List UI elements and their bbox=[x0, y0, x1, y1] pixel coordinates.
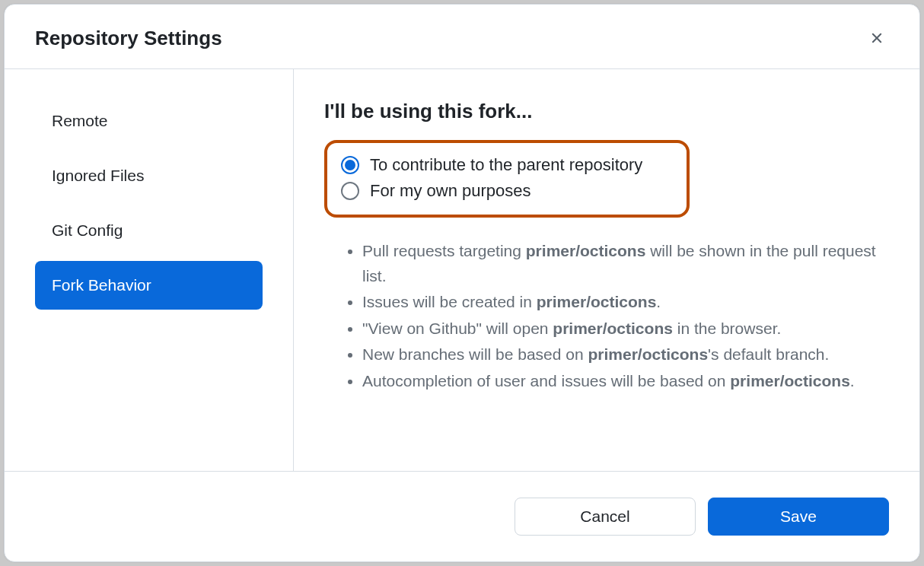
repository-settings-dialog: Repository Settings Remote Ignored Files… bbox=[4, 4, 920, 562]
sidebar-item-ignored-files[interactable]: Ignored Files bbox=[35, 151, 263, 200]
close-button[interactable] bbox=[865, 26, 889, 50]
panel-heading: I'll be using this fork... bbox=[324, 100, 889, 123]
fork-behavior-panel: I'll be using this fork... To contribute… bbox=[294, 69, 919, 471]
radio-option-own-purposes[interactable]: For my own purposes bbox=[341, 178, 673, 204]
list-item: New branches will be based on primer/oct… bbox=[362, 342, 889, 367]
list-item: Pull requests targeting primer/octicons … bbox=[362, 239, 889, 288]
dialog-title: Repository Settings bbox=[35, 27, 222, 50]
close-icon bbox=[868, 30, 885, 46]
list-item: "View on Github" will open primer/octico… bbox=[362, 316, 889, 342]
sidebar-item-fork-behavior[interactable]: Fork Behavior bbox=[35, 261, 263, 310]
sidebar-item-label: Remote bbox=[52, 112, 108, 129]
dialog-header: Repository Settings bbox=[5, 5, 919, 69]
list-item: Autocompletion of user and issues will b… bbox=[362, 369, 889, 394]
sidebar-item-remote[interactable]: Remote bbox=[35, 97, 263, 145]
sidebar-item-label: Fork Behavior bbox=[52, 276, 151, 294]
cancel-button[interactable]: Cancel bbox=[515, 498, 696, 536]
radio-label: To contribute to the parent repository bbox=[370, 155, 642, 175]
list-item: Issues will be created in primer/octicon… bbox=[362, 290, 889, 315]
sidebar-item-label: Git Config bbox=[52, 221, 123, 239]
radio-label: For my own purposes bbox=[370, 181, 531, 201]
radio-input-contribute[interactable] bbox=[341, 156, 359, 174]
fork-usage-radio-group: To contribute to the parent repository F… bbox=[324, 140, 690, 218]
dialog-footer: Cancel Save bbox=[5, 471, 919, 561]
radio-input-own-purposes[interactable] bbox=[341, 182, 359, 200]
fork-behavior-description-list: Pull requests targeting primer/octicons … bbox=[324, 239, 889, 393]
sidebar-item-label: Ignored Files bbox=[52, 167, 144, 184]
radio-option-contribute[interactable]: To contribute to the parent repository bbox=[341, 152, 673, 178]
save-button[interactable]: Save bbox=[708, 498, 889, 536]
dialog-body: Remote Ignored Files Git Config Fork Beh… bbox=[5, 69, 919, 471]
sidebar-item-git-config[interactable]: Git Config bbox=[35, 206, 263, 255]
settings-sidebar: Remote Ignored Files Git Config Fork Beh… bbox=[5, 69, 294, 471]
